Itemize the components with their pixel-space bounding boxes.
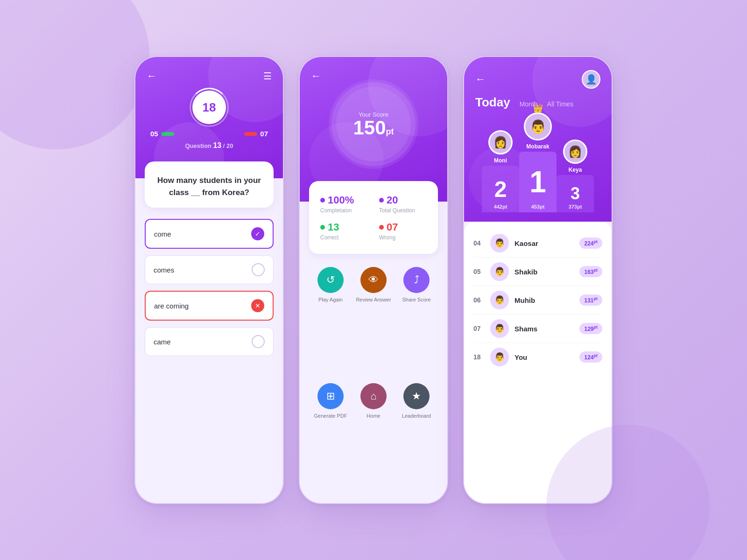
play-again-button[interactable]: ↺ Play Again [311,267,350,374]
stat-total-label: Total Question [379,207,427,214]
lb-name-shams: Shams [514,325,574,333]
lb-avatar-muhib: 👨 [490,291,509,309]
question-separator: / [223,142,226,149]
podium-bar-third: 3 373pt [557,175,594,212]
timer-value: 18 [203,100,216,115]
podium-rank-third: 3 [571,184,580,203]
lb-row-kaosar: 04 👨 Kaosar 224pt [473,229,602,258]
lb-rank-muhib: 06 [473,296,485,304]
leaderboard-label: Leaderboard [402,413,431,419]
podium-pts-third: 373pt [569,204,582,210]
score-back-button[interactable]: ← [311,70,321,82]
answer-are-coming[interactable]: are coming ✕ [145,291,274,321]
podium-second: 👩 Moni 2 442pt [482,130,519,212]
lb-pts-muhib: 131pt [579,294,602,306]
generate-pdf-button[interactable]: ⊞ Generate PDF [311,383,350,490]
lb-row-shakib: 05 👨 Shakib 163pt [473,258,602,286]
podium-pts-first: 453pt [531,204,545,210]
podium-rank-second: 2 [494,176,507,202]
stat-total: 20 Total Question [379,194,427,214]
question-counter: Question 13 / 20 [147,141,272,150]
stat-correct-val: 13 [320,221,368,233]
podium-avatar-first: 👨 [524,112,552,140]
review-answer-button[interactable]: 👁 Review Answer [354,267,393,374]
lb-rank-kaosar: 04 [473,239,485,247]
phone-leaderboard: ← 👤 Today Month All Times 👩 Moni 2 442pt… [463,56,613,504]
answer-came[interactable]: came [145,327,274,356]
correct-check-icon: ✓ [251,227,264,240]
lb-row-shams: 07 👨 Shams 129pt [473,315,602,343]
home-icon: ⌂ [360,383,387,409]
phone-score: ← Your Score 150pt 100% Completaion [299,56,448,504]
question-total: 20 [226,142,233,149]
correct-score: 05 [150,130,174,138]
podium-name-third: Keya [569,167,582,173]
question-text: How many students in your class __ from … [156,175,262,198]
score-display: Your Score 150pt [353,111,394,138]
share-score-button[interactable]: ⤴ Share Score [397,267,436,374]
lb-avatar-you: 👨 [490,348,509,366]
lb-rank-shams: 07 [473,325,485,332]
lb-avatar-kaosar: 👨 [490,234,509,252]
wrong-indicator [244,132,257,136]
question-card: How many students in your class __ from … [145,161,274,208]
podium-name-first: Mobarak [526,143,549,150]
stat-completion: 100% Completaion [320,194,368,214]
question-label-text: Question [185,142,213,149]
wrong-x-icon: ✕ [251,299,264,312]
profile-avatar[interactable]: 👤 [582,70,600,89]
stat-wrong-label: Wrong [379,234,427,241]
wrong-score: 07 [244,130,268,138]
stat-dot-total [379,198,384,203]
neutral-circle-icon [252,263,265,276]
stat-total-val: 20 [379,194,427,206]
stat-completion-label: Completaion [320,207,368,214]
stat-completion-val: 100% [320,194,368,206]
answer-come[interactable]: come ✓ [145,219,274,249]
leaderboard-back-button[interactable]: ← [475,73,486,85]
lb-avatar-shakib: 👨 [490,262,509,281]
podium-area: 👩 Moni 2 442pt 👑 👨 Mobarak 1 453pt 👩 [475,110,600,212]
podium-avatar-third: 👩 [563,140,587,164]
score-value: 150pt [353,118,394,138]
podium-third: 👩 Keya 3 373pt [557,140,594,212]
lb-pts-shakib: 163pt [579,266,602,277]
crown-icon: 👑 [533,103,543,113]
podium-rank-first: 1 [529,165,546,199]
score-header: ← Your Score 150pt [300,57,447,202]
lb-pts-you: 124pt [579,351,602,363]
stat-dot-correct [320,225,325,230]
generate-pdf-label: Generate PDF [314,413,347,419]
podium-bar-second: 2 442pt [482,166,519,212]
correct-indicator [161,132,174,136]
lb-row-you: 18 👨 You 124pt [473,343,602,371]
stat-wrong-val: 07 [379,221,427,233]
answer-are-coming-text: are coming [154,302,189,310]
review-answer-label: Review Answer [356,297,391,302]
lb-row-muhib: 06 👨 Muhib 131pt [473,286,602,315]
actions-grid: ↺ Play Again 👁 Review Answer ⤴ Share Sco… [300,254,447,503]
tab-all-times[interactable]: All Times [547,100,574,108]
lb-rank-shakib: 05 [473,268,485,275]
tab-today[interactable]: Today [475,95,510,110]
answer-comes[interactable]: comes [145,255,274,284]
home-label: Home [366,413,380,419]
leaderboard-button[interactable]: ★ Leaderboard [397,383,436,490]
play-again-icon: ↺ [317,267,344,293]
play-again-label: Play Again [318,297,343,302]
timer-circle: 18 [192,91,226,124]
podium-bar-first: 1 453pt [519,152,557,212]
answer-comes-text: comes [154,266,174,274]
lb-name-shakib: Shakib [514,268,574,276]
stat-correct-label: Correct [320,234,368,241]
review-answer-icon: 👁 [360,267,387,293]
leaderboard-list: 04 👨 Kaosar 224pt 05 👨 Shakib 163pt 06 👨… [464,222,612,503]
home-button[interactable]: ⌂ Home [354,383,393,490]
back-button[interactable]: ← [147,70,157,82]
stat-correct: 13 Correct [320,221,368,241]
podium-pts-second: 442pt [494,204,507,210]
lb-avatar-shams: 👨 [490,319,509,338]
stats-card: 100% Completaion 20 Total Question 13 Co… [309,181,438,254]
share-score-icon: ⤴ [403,267,430,293]
filter-icon[interactable]: ☰ [263,70,272,82]
